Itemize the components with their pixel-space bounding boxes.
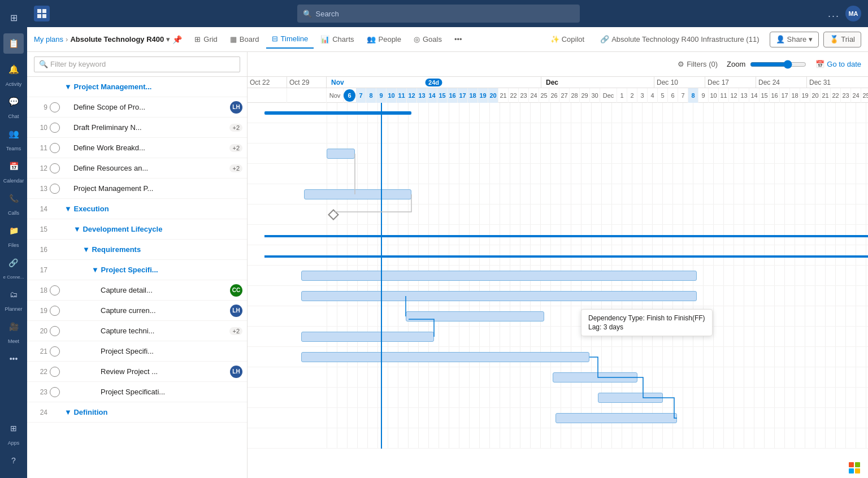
filter-input[interactable]: 🔍 Filter by keyword [34, 57, 240, 72]
task-row[interactable]: 9Define Scope of Pro...LH [27, 97, 247, 118]
more-button[interactable]: ... [828, 8, 840, 20]
sidebar-item-calls[interactable]: 📞 Calls [3, 187, 24, 216]
task-row[interactable]: 13Project Management P... [27, 179, 247, 199]
tab-goals[interactable]: ◎ Goals [408, 31, 448, 49]
sidebar-item-meet[interactable]: 🎥 Meet [3, 315, 24, 344]
app-icon [34, 6, 50, 21]
gantt-bar[interactable] [301, 271, 697, 281]
task-number: 20 [32, 327, 47, 335]
gantt-bar[interactable] [553, 372, 637, 383]
tab-charts[interactable]: 📊 Charts [315, 31, 359, 49]
sidebar-item-planner[interactable]: 📋 [3, 32, 24, 55]
tab-grid[interactable]: ⊞ Grid [189, 31, 223, 49]
task-row[interactable]: 14▼ Execution [27, 199, 247, 219]
task-checkbox[interactable] [50, 123, 60, 133]
date-day: 23 [841, 88, 851, 103]
gantt-bar[interactable] [301, 332, 434, 342]
breadcrumb-myplans[interactable]: My plans [34, 35, 63, 44]
date-day: 7 [678, 88, 688, 103]
breadcrumb-dropdown-icon[interactable]: ▾ [166, 35, 170, 44]
task-row[interactable]: 18Capture detail...CC [27, 280, 247, 301]
calendar-icon: 📅 [815, 60, 824, 68]
sidebar-item-activity[interactable]: 🔔 Activity [3, 58, 24, 87]
content-area: 🔍 Filter by keyword ▼ Project Management… [27, 52, 868, 478]
board-icon: ▦ [230, 35, 237, 44]
task-row[interactable]: 17▼ Project Specifi... [27, 260, 247, 280]
tab-board[interactable]: ▦ Board [224, 31, 265, 49]
gantt-bar[interactable] [304, 189, 411, 199]
sidebar-item-apps2[interactable]: ⊞ Apps [3, 417, 24, 446]
task-checkbox[interactable] [50, 346, 60, 357]
filters-button[interactable]: ⚙ Filters (0) [678, 60, 718, 68]
trial-icon: 🏅 [830, 35, 839, 44]
share-button[interactable]: 👤 Share ▾ [770, 32, 819, 47]
task-checkbox[interactable] [50, 163, 60, 173]
sidebar-item-apps[interactable]: ⊞ [3, 6, 24, 29]
breadcrumb-separator: › [66, 35, 68, 44]
timeline-panel: ⚙ Filters (0) Zoom 📅 Go to date [248, 52, 868, 478]
go-to-date-button[interactable]: 📅 Go to date [815, 60, 861, 68]
copilot-button[interactable]: ✨ Copilot [545, 32, 590, 47]
task-checkbox[interactable] [50, 285, 60, 296]
sidebar-item-help[interactable]: ? [3, 449, 24, 472]
tooltip-line2: Lag: 3 days [588, 323, 705, 331]
tab-people[interactable]: 👥 People [361, 31, 407, 49]
date-day: 18 [790, 88, 800, 103]
infrastructure-button[interactable]: 🔗 Absolute Technology R400 Infrastructur… [594, 32, 765, 47]
sidebar-item-connect[interactable]: 🔗 e Conne... [3, 251, 24, 280]
task-row[interactable]: 21Project Specifi... [27, 341, 247, 362]
zoom-slider[interactable] [750, 60, 806, 69]
gantt-bar[interactable] [555, 413, 677, 423]
task-avatar: LH [230, 305, 242, 317]
svg-rect-2 [37, 14, 41, 18]
task-checkbox[interactable] [50, 367, 60, 377]
zoom-control: Zoom [727, 60, 806, 69]
gantt-bar[interactable] [598, 393, 663, 403]
task-row[interactable]: 20Capture techni...+2 [27, 321, 247, 341]
avatar[interactable]: MA [845, 6, 861, 21]
breadcrumb: My plans › Absolute Technology R400 ▾ 📌 [34, 35, 182, 44]
task-checkbox[interactable] [50, 102, 60, 112]
tab-more[interactable]: ••• [449, 31, 468, 49]
gantt-bar[interactable] [327, 149, 355, 159]
task-checkbox[interactable] [50, 387, 60, 397]
task-checkbox[interactable] [50, 143, 60, 153]
gantt-bar[interactable] [301, 352, 589, 362]
sidebar-item-teams[interactable]: 👥 Teams [3, 123, 24, 151]
charts-icon: 📊 [320, 35, 329, 44]
task-row[interactable]: ▼ Project Management... [27, 77, 247, 97]
task-number: 16 [32, 246, 47, 254]
task-row[interactable]: 11Define Work Breakd...+2 [27, 138, 247, 158]
tab-timeline[interactable]: ⊟ Timeline [266, 31, 314, 49]
search-bar[interactable]: 🔍 Search [297, 5, 580, 23]
gantt-group-bar[interactable] [264, 111, 411, 115]
people-icon: 👥 [367, 35, 376, 44]
task-checkbox[interactable] [50, 184, 60, 194]
task-row[interactable]: 24▼ Definition [27, 402, 247, 423]
breadcrumb-project[interactable]: Absolute Technology R400 [70, 35, 164, 44]
sidebar-item-calendar[interactable]: 📅 Calendar [3, 155, 24, 184]
date-day: 27 [559, 88, 570, 103]
gantt-bar[interactable] [406, 311, 544, 321]
task-row[interactable]: 15▼ Development Lifecycle [27, 219, 247, 240]
date-day: 13 [739, 88, 749, 103]
task-checkbox[interactable] [50, 306, 60, 316]
task-row[interactable]: 16▼ Requirements [27, 240, 247, 260]
date-months: Oct 22 Oct 29 Nov 24d Dec Dec 10 Dec 17 … [248, 77, 868, 88]
task-row[interactable]: 10Draft Preliminary N...+2 [27, 118, 247, 138]
task-row[interactable]: 23Project Specificati... [27, 382, 247, 402]
date-day: 29 [580, 88, 590, 103]
sidebar-item-chat[interactable]: 💬 Chat [3, 90, 24, 119]
task-checkbox[interactable] [50, 326, 60, 336]
breadcrumb-pin-icon[interactable]: 📌 [172, 35, 182, 44]
task-row[interactable]: 19Capture curren...LH [27, 301, 247, 321]
sidebar-item-planner2[interactable]: 🗂 Planner [3, 283, 24, 312]
task-number: 21 [32, 347, 47, 355]
trial-button[interactable]: 🏅 Trial [823, 32, 861, 47]
sidebar-item-files[interactable]: 📁 Files [3, 219, 24, 248]
gantt-bar[interactable] [301, 291, 697, 301]
task-row[interactable]: 12Define Resources an...+2 [27, 158, 247, 179]
sidebar-item-more2[interactable]: ••• [3, 347, 24, 370]
date-day: 15 [437, 88, 448, 103]
task-row[interactable]: 22Review Project ...LH [27, 362, 247, 382]
